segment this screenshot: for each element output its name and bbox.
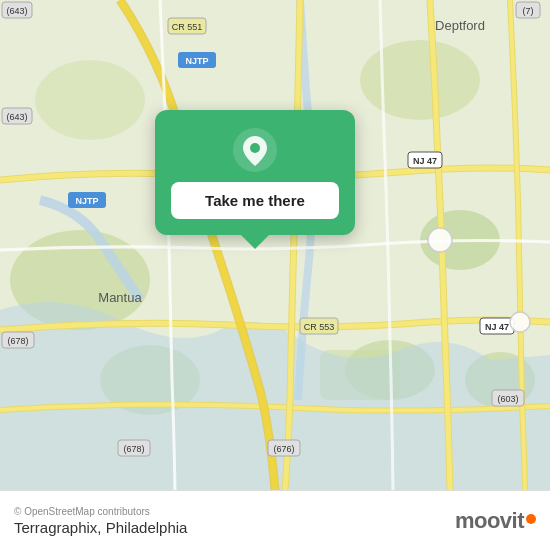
bottom-left: © OpenStreetMap contributors Terragraphi… — [14, 506, 187, 536]
svg-point-37 — [428, 228, 452, 252]
svg-text:Mantua: Mantua — [98, 290, 142, 305]
svg-text:NJ 47: NJ 47 — [413, 156, 437, 166]
map-svg: NJTP NJTP NJ 47 NJ 47 CR 551 CR 553 (643… — [0, 0, 550, 490]
svg-point-6 — [35, 60, 145, 140]
svg-text:Deptford: Deptford — [435, 18, 485, 33]
svg-text:(7): (7) — [523, 6, 534, 16]
svg-text:(676): (676) — [273, 444, 294, 454]
svg-text:CR 551: CR 551 — [172, 22, 203, 32]
bottom-bar: © OpenStreetMap contributors Terragraphi… — [0, 490, 550, 550]
moovit-dot-icon — [526, 514, 536, 524]
svg-text:(603): (603) — [497, 394, 518, 404]
map-container: NJTP NJTP NJ 47 NJ 47 CR 551 CR 553 (643… — [0, 0, 550, 490]
location-pin-icon — [233, 128, 277, 172]
svg-text:NJTP: NJTP — [185, 56, 208, 66]
svg-text:(643): (643) — [6, 6, 27, 16]
provider-attribution: Terragraphix, Philadelphia — [14, 519, 187, 536]
svg-point-40 — [250, 143, 260, 153]
svg-text:NJ 47: NJ 47 — [485, 322, 509, 332]
moovit-logo: moovit — [455, 508, 536, 534]
take-me-there-button[interactable]: Take me there — [171, 182, 339, 219]
copyright-text: © OpenStreetMap contributors — [14, 506, 187, 517]
svg-text:NJTP: NJTP — [75, 196, 98, 206]
popup-card: Take me there — [155, 110, 355, 235]
svg-text:CR 553: CR 553 — [304, 322, 335, 332]
svg-point-38 — [510, 312, 530, 332]
svg-text:(678): (678) — [7, 336, 28, 346]
svg-point-2 — [360, 40, 480, 120]
moovit-brand-text: moovit — [455, 508, 524, 534]
svg-text:(678): (678) — [123, 444, 144, 454]
svg-text:(643): (643) — [6, 112, 27, 122]
